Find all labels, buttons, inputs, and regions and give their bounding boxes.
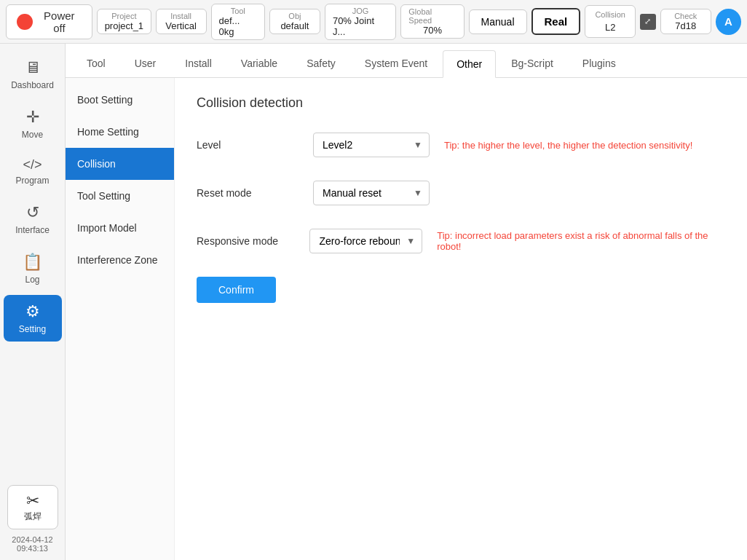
level-row: Level Level1 Level2 Level3 Level4 Level5… <box>197 133 725 157</box>
install-value: Vertical <box>165 20 197 31</box>
interface-icon: ↺ <box>26 203 39 222</box>
jog-value: 70% Joint J... <box>333 15 388 37</box>
check-value: 7d18 <box>675 20 696 31</box>
jog-label: JOG <box>352 7 369 15</box>
responsive-mode-tip: Tip: incorrect load parameters exist a r… <box>437 230 725 252</box>
reset-mode-select-wrapper: Manual reset Auto reset ▼ <box>313 181 430 205</box>
content-area: Tool User Install Variable Safety System… <box>66 44 747 560</box>
level-select-wrapper: Level1 Level2 Level3 Level4 Level5 ▼ <box>313 133 430 157</box>
left-sidebar: 🖥 Dashboard ✛ Move </> Program ↺ Interfa… <box>0 44 66 560</box>
reset-mode-select[interactable]: Manual reset Auto reset <box>313 181 430 205</box>
weld-button[interactable]: ✂ 弧焊 <box>7 485 58 529</box>
confirm-row: Confirm <box>197 277 725 303</box>
sidebar-item-setting[interactable]: ⚙ Setting <box>4 295 62 342</box>
power-off-label: Power off <box>37 9 82 34</box>
top-bar: Power off Project project_1 Install Vert… <box>0 0 747 44</box>
sub-sidebar-collision[interactable]: Collision <box>66 148 174 180</box>
sub-sidebar-import-model[interactable]: Import Model <box>66 212 174 244</box>
dashboard-icon: 🖥 <box>25 58 41 77</box>
sidebar-label-program: Program <box>15 176 49 186</box>
install-label: Install <box>170 12 191 20</box>
page-title: Collision detection <box>197 95 725 111</box>
sidebar-label-move: Move <box>22 130 43 140</box>
reset-mode-row: Reset mode Manual reset Auto reset ▼ <box>197 181 725 205</box>
jog-block[interactable]: JOG 70% Joint J... <box>325 4 396 40</box>
sidebar-item-interface[interactable]: ↺ Interface <box>4 196 62 242</box>
check-block[interactable]: Check 7d18 <box>660 9 711 34</box>
global-speed-label: Global Speed <box>408 7 456 25</box>
datetime-display: 2024-04-12 09:43:13 <box>12 535 52 553</box>
main-content: Collision detection Level Level1 Level2 … <box>175 78 747 560</box>
real-button[interactable]: Real <box>531 8 581 35</box>
program-icon: </> <box>23 157 42 173</box>
tab-system-event[interactable]: System Event <box>351 50 441 77</box>
weld-icon: ✂ <box>26 492 39 510</box>
confirm-button[interactable]: Confirm <box>197 277 276 303</box>
sub-sidebar-boot-setting[interactable]: Boot Setting <box>66 84 174 116</box>
avatar[interactable]: A <box>716 9 741 35</box>
move-icon: ✛ <box>26 108 39 127</box>
sidebar-item-program[interactable]: </> Program <box>4 150 62 193</box>
tab-install[interactable]: Install <box>171 50 226 77</box>
tab-safety[interactable]: Safety <box>293 50 349 77</box>
expand-icon[interactable]: ⤢ <box>640 14 656 30</box>
setting-icon: ⚙ <box>25 302 40 321</box>
global-speed-block[interactable]: Global Speed 70% <box>400 4 464 39</box>
sidebar-label-setting: Setting <box>19 324 46 334</box>
tab-variable[interactable]: Variable <box>227 50 291 77</box>
sidebar-label-interface: Interface <box>15 225 50 235</box>
tool-label: Tool <box>231 7 245 15</box>
sidebar-item-log[interactable]: 📋 Log <box>4 245 62 292</box>
reset-mode-label: Reset mode <box>197 187 299 199</box>
sidebar-item-dashboard[interactable]: 🖥 Dashboard <box>4 51 62 98</box>
obj-label: Obj <box>288 12 301 20</box>
sidebar-item-move[interactable]: ✛ Move <box>4 100 62 147</box>
manual-button[interactable]: Manual <box>469 9 527 34</box>
responsive-mode-row: Responsive mode Zero-force reboun Stop ▼… <box>197 229 725 253</box>
tab-tool[interactable]: Tool <box>73 50 119 77</box>
tabs: Tool User Install Variable Safety System… <box>66 44 747 78</box>
level-label: Level <box>197 139 299 151</box>
collision-block[interactable]: Collision L2 <box>585 5 636 38</box>
project-value: project_1 <box>105 20 143 31</box>
check-label: Check <box>674 12 697 20</box>
collision-value: L2 <box>605 22 615 33</box>
sub-layout: Boot Setting Home Setting Collision Tool… <box>66 78 747 560</box>
responsive-mode-select[interactable]: Zero-force reboun Stop <box>309 229 422 253</box>
power-circle-icon <box>17 14 33 30</box>
project-label: Project <box>111 12 136 20</box>
tool-value: def... 0kg <box>219 15 257 37</box>
log-icon: 📋 <box>23 253 42 272</box>
obj-value: default <box>280 20 309 31</box>
sub-sidebar-home-setting[interactable]: Home Setting <box>66 116 174 148</box>
weld-label: 弧焊 <box>24 510 42 523</box>
obj-block[interactable]: Obj default <box>269 9 320 34</box>
sub-sidebar-interference-zone[interactable]: Interference Zone <box>66 244 174 276</box>
tool-block[interactable]: Tool def... 0kg <box>211 4 265 40</box>
level-tip: Tip: the higher the level, the higher th… <box>444 140 692 151</box>
project-block[interactable]: Project project_1 <box>97 9 151 34</box>
sidebar-label-dashboard: Dashboard <box>11 80 54 90</box>
sidebar-bottom: ✂ 弧焊 2024-04-12 09:43:13 <box>7 485 58 553</box>
collision-label: Collision <box>595 10 625 19</box>
level-select[interactable]: Level1 Level2 Level3 Level4 Level5 <box>313 133 430 157</box>
power-off-button[interactable]: Power off <box>6 4 92 39</box>
responsive-mode-label: Responsive mode <box>197 235 295 247</box>
tab-bg-script[interactable]: Bg-Script <box>497 50 567 77</box>
sub-sidebar-tool-setting[interactable]: Tool Setting <box>66 180 174 212</box>
main-layout: 🖥 Dashboard ✛ Move </> Program ↺ Interfa… <box>0 44 747 560</box>
install-block[interactable]: Install Vertical <box>156 9 207 34</box>
tab-user[interactable]: User <box>121 50 170 77</box>
global-speed-value: 70% <box>423 25 442 36</box>
sidebar-label-log: Log <box>25 275 39 285</box>
responsive-mode-select-wrapper: Zero-force reboun Stop ▼ <box>309 229 422 253</box>
sub-sidebar: Boot Setting Home Setting Collision Tool… <box>66 78 175 560</box>
tab-other[interactable]: Other <box>443 50 496 78</box>
tab-plugins[interactable]: Plugins <box>569 50 630 77</box>
